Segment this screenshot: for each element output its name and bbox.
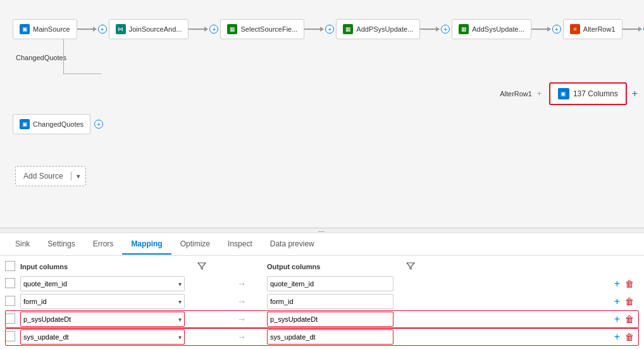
row1-add-button[interactable]: + xyxy=(614,278,620,289)
select-source-icon: ▦ xyxy=(227,24,237,34)
row3-actions: + 🗑 xyxy=(425,314,639,325)
output-filter-icon[interactable] xyxy=(406,262,425,272)
table-row: form_id ▾ → form_id + 🗑 xyxy=(5,293,639,310)
row2-actions: + 🗑 xyxy=(425,296,639,307)
arrow-line-3 xyxy=(304,29,323,30)
row2-checkbox-col xyxy=(5,296,20,308)
tab-mapping[interactable]: Mapping xyxy=(122,234,171,255)
add-after-columns[interactable]: + xyxy=(632,88,638,99)
tab-sink[interactable]: Sink xyxy=(6,234,39,255)
row2-arrow-icon: → xyxy=(237,296,246,307)
table-header: Input columns Output columns xyxy=(5,258,639,275)
connector-6: + xyxy=(622,25,644,34)
branch-label: ChangedQuotes xyxy=(16,54,66,61)
row2-output-value: form_id xyxy=(270,298,294,305)
add-source-button[interactable]: Add Source ▾ xyxy=(15,166,86,186)
row2-chevron-icon: ▾ xyxy=(178,298,182,305)
row4-output-field[interactable]: sys_update_dt xyxy=(267,329,393,345)
row4-input-select[interactable]: sys_update_dt ▾ xyxy=(20,329,185,345)
row1-output-col: quote_item_id xyxy=(267,276,406,291)
add-after-addps[interactable]: + xyxy=(441,25,450,34)
tab-optimize[interactable]: Optimize xyxy=(171,234,219,255)
table-row: p_sysUpdateDt ▾ → p_sysUpdateDt + 🗑 xyxy=(5,310,639,328)
row1-output-value: quote_item_id xyxy=(270,280,314,288)
node-changed-quotes[interactable]: ▣ ChangedQuotes xyxy=(13,114,90,134)
node-select-source[interactable]: ▦ SelectSourceFie... xyxy=(220,19,304,39)
row1-input-col: quote_item_id ▾ xyxy=(20,276,197,291)
add-sys-label: AddSysUpdate... xyxy=(472,25,524,33)
connector-2: + xyxy=(189,25,220,34)
row3-output-field[interactable]: p_sysUpdateDt xyxy=(267,312,393,327)
alter-row-section-label: AlterRow1 xyxy=(500,90,532,98)
header-checkbox[interactable] xyxy=(5,261,15,271)
add-after-join[interactable]: + xyxy=(209,25,218,34)
row3-output-value: p_sysUpdateDt xyxy=(270,315,318,323)
row3-input-select[interactable]: p_sysUpdateDt ▾ xyxy=(20,312,185,327)
row2-input-select[interactable]: form_id ▾ xyxy=(20,294,185,309)
tab-errors[interactable]: Errors xyxy=(84,234,123,255)
row1-checkbox[interactable] xyxy=(5,278,15,288)
pipeline-flow: ▣ MainSource + ⋈ JoinSourceAnd... + ▦ Se… xyxy=(13,19,644,39)
row1-input-value: quote_item_id xyxy=(23,280,67,288)
add-source-text: Add Source xyxy=(16,172,71,181)
input-columns-header: Input columns xyxy=(20,263,197,270)
branch-connector-svg xyxy=(63,39,114,74)
arrow-line-4 xyxy=(420,29,439,30)
node-add-ps[interactable]: ▦ AddPSysUpdate... xyxy=(336,19,420,39)
changed-quotes-row: ▣ ChangedQuotes + xyxy=(13,114,105,134)
arrow-line-2 xyxy=(189,29,207,30)
tabs-row: Sink Settings Errors Mapping Optimize In… xyxy=(0,233,644,256)
alter-row1-label: AlterRow1 xyxy=(583,25,616,33)
connector-1: + xyxy=(77,25,109,34)
row3-arrow-icon: → xyxy=(237,314,246,324)
row1-output-field[interactable]: quote_item_id xyxy=(267,276,393,291)
add-after-select[interactable]: + xyxy=(325,25,334,34)
node-alter-row1[interactable]: ≡ AlterRow1 xyxy=(563,19,622,39)
pipeline-canvas: ▣ MainSource + ⋈ JoinSourceAnd... + ▦ Se… xyxy=(0,0,644,228)
row2-delete-button[interactable]: 🗑 xyxy=(625,296,634,307)
connector-5: + xyxy=(531,25,563,34)
row2-output-col: form_id xyxy=(267,294,406,309)
row3-checkbox[interactable] xyxy=(5,314,15,324)
alter-row-section: AlterRow1 + ▣ 137 Columns + xyxy=(500,82,638,105)
join-source-label: JoinSourceAnd... xyxy=(129,25,182,33)
node-join-source[interactable]: ⋈ JoinSourceAnd... xyxy=(109,19,189,39)
input-filter-icon[interactable] xyxy=(197,262,216,272)
add-after-main-source[interactable]: + xyxy=(98,25,107,34)
arrow-line-1 xyxy=(77,29,96,30)
tab-settings[interactable]: Settings xyxy=(39,234,84,255)
node-add-sys[interactable]: ▦ AddSysUpdate... xyxy=(452,19,531,39)
row1-delete-button[interactable]: 🗑 xyxy=(625,279,634,289)
add-sys-icon: ▦ xyxy=(459,24,469,34)
alter-plus-connector: + xyxy=(537,89,542,98)
row2-output-field[interactable]: form_id xyxy=(267,294,393,309)
tab-data-preview[interactable]: Data preview xyxy=(261,234,323,255)
row2-arrow-col: → xyxy=(216,296,267,307)
row4-checkbox[interactable] xyxy=(5,331,15,341)
row1-input-select[interactable]: quote_item_id ▾ xyxy=(20,276,185,291)
add-after-addsys[interactable]: + xyxy=(552,25,561,34)
select-source-label: SelectSourceFie... xyxy=(240,25,297,33)
row4-delete-button[interactable]: 🗑 xyxy=(625,332,634,342)
tab-inspect[interactable]: Inspect xyxy=(219,234,261,255)
row3-delete-button[interactable]: 🗑 xyxy=(625,314,634,324)
row4-chevron-icon: ▾ xyxy=(178,334,182,341)
row1-actions: + 🗑 xyxy=(425,278,639,289)
arrow-line-5 xyxy=(531,29,550,30)
row2-checkbox[interactable] xyxy=(5,296,15,306)
add-after-changed-quotes[interactable]: + xyxy=(94,120,103,129)
row4-checkbox-col xyxy=(5,331,20,343)
table-row: sys_update_dt ▾ → sys_update_dt + 🗑 xyxy=(5,328,639,346)
row4-arrow-col: → xyxy=(216,332,267,342)
panel-divider[interactable]: — xyxy=(0,228,644,233)
row4-add-button[interactable]: + xyxy=(614,331,620,343)
connector-4: + xyxy=(420,25,452,34)
columns-box[interactable]: ▣ 137 Columns xyxy=(549,82,627,105)
output-columns-header: Output columns xyxy=(267,263,406,270)
add-ps-label: AddPSysUpdate... xyxy=(356,25,413,33)
row3-checkbox-col xyxy=(5,314,20,326)
row3-add-button[interactable]: + xyxy=(614,314,620,325)
node-main-source[interactable]: ▣ MainSource xyxy=(13,19,77,39)
row2-add-button[interactable]: + xyxy=(614,296,620,307)
row3-input-col: p_sysUpdateDt ▾ xyxy=(20,312,197,327)
